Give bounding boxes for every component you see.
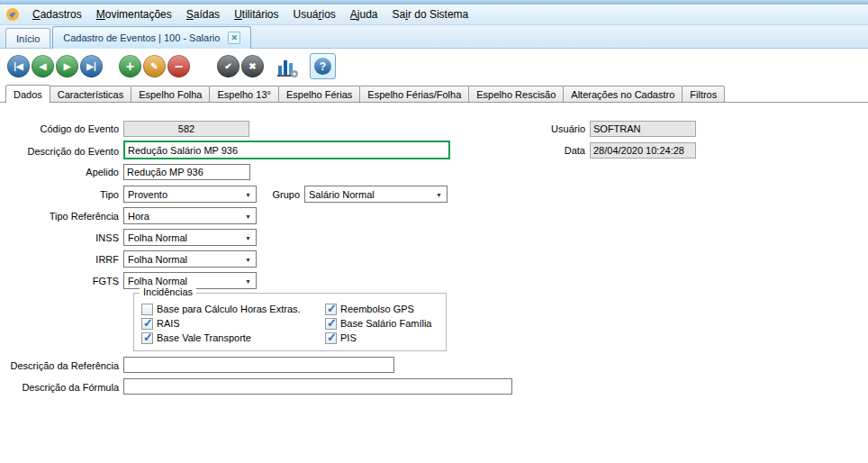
- menu-saidas[interactable]: Saídas: [179, 5, 227, 24]
- checkbox-base-calculo-horas-extras[interactable]: Base para Cálculo Horas Extras.: [141, 303, 301, 315]
- menu-usuarios[interactable]: Usuários: [285, 5, 342, 24]
- inss-value: Folha Normal: [128, 232, 187, 243]
- nav-last-button[interactable]: ▶|: [80, 55, 103, 77]
- menu-utilitarios[interactable]: Utilitários: [227, 5, 285, 24]
- menu-sair-do-sistema[interactable]: Sair do Sistema: [385, 5, 476, 24]
- codigo-evento-label: Código do Evento: [0, 121, 119, 137]
- nav-previous-button[interactable]: ◀: [32, 55, 54, 77]
- usuario-label: Usuário: [504, 121, 585, 137]
- nav-next-button[interactable]: ▶: [56, 55, 78, 77]
- add-record-button[interactable]: +: [119, 55, 141, 77]
- tab-espelho-ferias[interactable]: Espelho Férias: [278, 86, 360, 102]
- menu-ajuda[interactable]: Ajuda: [343, 5, 385, 24]
- checkbox-pis[interactable]: PIS: [325, 331, 357, 344]
- toolbar: |◀ ◀ ▶ ▶| + ✎ − ✔ ✖ ?: [0, 49, 868, 85]
- checkbox-box[interactable]: [325, 318, 337, 330]
- dropdown-arrow-icon: ▼: [242, 213, 254, 219]
- app-icon: [5, 7, 20, 22]
- checkbox-label: PIS: [340, 332, 357, 343]
- data-field: 28/04/2020 10:24:28: [590, 142, 696, 159]
- tab-caracteristicas[interactable]: Características: [50, 86, 131, 102]
- fgts-value: Folha Normal: [128, 276, 187, 286]
- tab-espelho-rescisao[interactable]: Espelho Rescisão: [468, 86, 564, 102]
- help-icon: ?: [314, 58, 331, 75]
- page-tab-strip: Dados Características Espelho Folha Espe…: [0, 85, 868, 103]
- inss-combo[interactable]: Folha Normal ▼: [123, 229, 257, 246]
- apelido-label: Apelido: [0, 164, 119, 180]
- checkbox-label: Base Salário Família: [340, 318, 432, 329]
- dropdown-arrow-icon: ▼: [242, 256, 254, 262]
- descricao-formula-label: Descrição da Fórmula: [0, 379, 119, 395]
- checkbox-label: RAIS: [157, 318, 180, 329]
- descricao-formula-input[interactable]: [123, 378, 512, 395]
- tab-espelho-ferias-folha[interactable]: Espelho Férias/Folha: [359, 86, 469, 102]
- cancel-button[interactable]: ✖: [241, 55, 264, 77]
- dropdown-arrow-icon: ▼: [242, 234, 254, 241]
- tipo-combo[interactable]: Provento ▼: [123, 186, 257, 203]
- codigo-evento-field: 582: [123, 121, 249, 137]
- menu-bar: Cadastros Movimentações Saídas Utilitári…: [0, 5, 868, 25]
- irrf-value: Folha Normal: [128, 254, 187, 265]
- checkbox-reembolso-gps[interactable]: Reembolso GPS: [325, 303, 414, 315]
- dropdown-arrow-icon: ▼: [242, 277, 254, 284]
- descricao-evento-label: Descrição do Evento: [0, 143, 119, 159]
- checkbox-box[interactable]: [141, 304, 153, 315]
- dropdown-arrow-icon: ▼: [433, 191, 445, 197]
- irrf-combo[interactable]: Folha Normal ▼: [123, 250, 257, 268]
- checkbox-base-salario-familia[interactable]: Base Salário Família: [325, 317, 432, 330]
- menu-cadastros[interactable]: Cadastros: [25, 5, 89, 24]
- grupo-label: Grupo: [258, 186, 300, 203]
- fgts-label: FGTS: [0, 273, 119, 289]
- tab-cadastro-label: Cadastro de Eventos | 100 - Salario: [63, 32, 220, 43]
- tipo-label: Tipo: [0, 186, 119, 203]
- tab-alteracoes-no-cadastro[interactable]: Alterações no Cadastro: [563, 86, 683, 102]
- apelido-input[interactable]: [123, 164, 250, 180]
- tab-dados[interactable]: Dados: [5, 85, 50, 103]
- incidencias-groupbox: Incidências Base para Cálculo Horas Extr…: [133, 293, 447, 351]
- help-button[interactable]: ?: [310, 53, 336, 79]
- usuario-field: SOFTRAN: [590, 121, 696, 137]
- checkbox-box[interactable]: [141, 318, 153, 330]
- data-label: Data: [504, 142, 585, 159]
- dropdown-arrow-icon: ▼: [242, 191, 254, 197]
- checkbox-box[interactable]: [141, 332, 153, 344]
- descricao-referencia-input[interactable]: [123, 357, 394, 373]
- tipo-referencia-combo[interactable]: Hora ▼: [123, 207, 257, 224]
- application-window: Cadastros Movimentações Saídas Utilitári…: [0, 0, 868, 463]
- inss-label: INSS: [0, 230, 119, 246]
- checkbox-label: Base Vale Transporte: [157, 332, 251, 343]
- tab-cadastro-de-eventos[interactable]: Cadastro de Eventos | 100 - Salario ✕: [52, 26, 251, 49]
- tab-espelho-folha[interactable]: Espelho Folha: [131, 86, 210, 102]
- irrf-label: IRRF: [0, 251, 119, 268]
- descricao-evento-input[interactable]: [123, 141, 450, 159]
- chart-icon[interactable]: [276, 55, 299, 78]
- tab-espelho-13[interactable]: Espelho 13°: [209, 86, 278, 102]
- tipo-referencia-label: Tipo Referência: [0, 208, 119, 224]
- nav-first-button[interactable]: |◀: [7, 55, 30, 77]
- tab-inicio-label: Início: [16, 33, 40, 44]
- delete-record-button[interactable]: −: [167, 55, 190, 77]
- grupo-combo[interactable]: Salário Normal ▼: [304, 186, 448, 203]
- checkbox-rais[interactable]: RAIS: [141, 317, 180, 330]
- document-tab-bar: Início Cadastro de Eventos | 100 - Salar…: [0, 25, 868, 49]
- tab-filtros[interactable]: Filtros: [682, 86, 725, 102]
- grupo-value: Salário Normal: [309, 189, 375, 200]
- edit-record-button[interactable]: ✎: [143, 55, 166, 77]
- checkbox-box[interactable]: [325, 304, 337, 315]
- tipo-referencia-value: Hora: [128, 211, 149, 222]
- checkbox-label: Base para Cálculo Horas Extras.: [157, 304, 301, 314]
- confirm-button[interactable]: ✔: [217, 55, 240, 77]
- tab-inicio[interactable]: Início: [5, 28, 50, 48]
- incidencias-legend: Incidências: [140, 286, 196, 297]
- checkbox-box[interactable]: [325, 332, 337, 344]
- menu-movimentacoes[interactable]: Movimentações: [89, 5, 179, 24]
- close-tab-icon[interactable]: ✕: [228, 32, 240, 44]
- tipo-value: Provento: [128, 189, 167, 200]
- checkbox-base-vale-transporte[interactable]: Base Vale Transporte: [141, 331, 251, 344]
- checkbox-label: Reembolso GPS: [340, 304, 414, 314]
- descricao-referencia-label: Descrição da Referência: [0, 358, 119, 374]
